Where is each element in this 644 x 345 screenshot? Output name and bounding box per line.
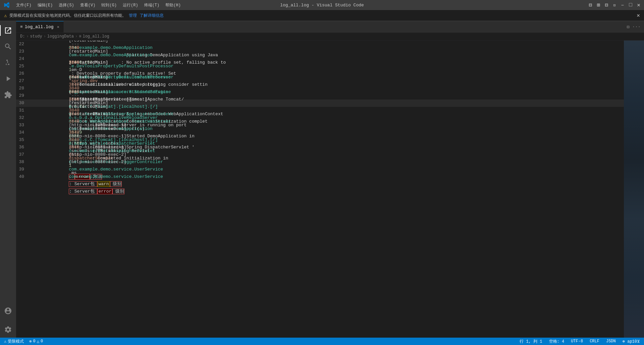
code-editor[interactable]: 22 3840 --- [restartedMain] com.example.…	[16, 41, 624, 338]
indentation-status[interactable]: 空格: 4	[548, 339, 566, 344]
main-layout: ≡ log_all.log ✕ ⊟ ··· D: › study › loggi…	[0, 21, 644, 338]
close-button[interactable]: ✕	[636, 3, 641, 7]
breadcrumb: D: › study › loggingData › ≡ log_all.log	[16, 33, 644, 41]
line-ending-label: CRLF	[590, 339, 599, 344]
tab-actions: ⊟ ···	[626, 21, 644, 32]
extras-label: ⊕ ap10⊻	[623, 339, 640, 344]
activity-source-control[interactable]	[0, 55, 16, 71]
spaces-label: 空格: 4	[549, 339, 565, 344]
language-status[interactable]: JSDN	[605, 339, 617, 344]
encoding-label: UTF-8	[571, 339, 583, 344]
breadcrumb-file[interactable]: ≡ log_all.log	[79, 34, 109, 39]
tab-icon: ≡	[20, 24, 23, 29]
breadcrumb-loggingdata[interactable]: loggingData	[47, 34, 74, 39]
menu-select[interactable]: 选择(S)	[56, 2, 77, 9]
restricted-mode-status[interactable]: ⚠ 受限模式	[3, 339, 25, 344]
warning-icon: ⚠	[4, 13, 7, 18]
warning-icon: △	[37, 339, 39, 344]
banner-manage-link[interactable]: 管理	[129, 13, 137, 18]
activity-extensions[interactable]	[0, 87, 16, 103]
window-controls: ⊟ ⊞ ⊟ ⊡ － □ ✕	[588, 3, 641, 7]
vscode-logo[interactable]	[3, 1, 11, 9]
menu-help[interactable]: 帮助(H)	[163, 2, 183, 9]
banner-close-button[interactable]: ✕	[637, 12, 640, 19]
tab-filename: log_all.log	[25, 24, 54, 29]
title-bar-left: 文件(F) 编辑(E) 选择(S) 查看(V) 转到(G) 运行(R) 终端(T…	[3, 1, 183, 9]
banner-text: 受限模式旨在实现安全地浏览代码。信任此窗口以启用所有功能。	[9, 13, 126, 18]
editor-area: ≡ log_all.log ✕ ⊟ ··· D: › study › loggi…	[16, 21, 644, 338]
layout-button-4[interactable]: ⊡	[612, 3, 617, 7]
activity-run-debug[interactable]	[0, 71, 16, 87]
menu-run[interactable]: 运行(R)	[120, 2, 141, 9]
activity-settings[interactable]	[0, 322, 16, 338]
tab-close-button[interactable]: ✕	[57, 24, 59, 29]
errors-status[interactable]: ⊗ 0 △ 0	[28, 339, 44, 344]
line-ending-status[interactable]: CRLF	[588, 339, 601, 344]
line-col-label: 行 1, 列 1	[520, 339, 542, 344]
menu-bar: 文件(F) 编辑(E) 选择(S) 查看(V) 转到(G) 运行(R) 终端(T…	[13, 2, 183, 9]
title-bar: 文件(F) 编辑(E) 选择(S) 查看(V) 转到(G) 运行(R) 终端(T…	[0, 0, 644, 10]
restricted-mode-icon: ⚠	[4, 339, 6, 344]
activity-account[interactable]	[0, 303, 16, 319]
menu-view[interactable]: 查看(V)	[77, 2, 98, 9]
status-bar-left: ⚠ 受限模式 ⊗ 0 △ 0	[3, 339, 44, 344]
tab-bar: ≡ log_all.log ✕ ⊟ ···	[16, 21, 644, 33]
menu-goto[interactable]: 转到(G)	[99, 2, 119, 9]
language-label: JSDN	[606, 339, 616, 344]
minimize-button[interactable]: －	[620, 3, 625, 7]
status-bar: ⚠ 受限模式 ⊗ 0 △ 0 行 1, 列 1 空格: 4 UTF-8 CRLF…	[0, 338, 644, 345]
activity-explorer[interactable]	[0, 22, 16, 39]
window-title: log_all.log - Visual Studio Code	[280, 3, 364, 8]
restricted-mode-label: 受限模式	[8, 339, 24, 344]
encoding-status[interactable]: UTF-8	[570, 339, 584, 344]
activity-bar	[0, 21, 16, 338]
more-actions-button[interactable]: ···	[632, 23, 641, 30]
menu-terminal[interactable]: 终端(T)	[142, 2, 162, 9]
layout-button-1[interactable]: ⊟	[588, 3, 593, 7]
extras-status[interactable]: ⊕ ap10⊻	[621, 339, 641, 344]
table-row: 39 3840 --- [http-nio-8080-exec-2] com.e…	[16, 166, 624, 173]
code-editor-container: 22 3840 --- [restartedMain] com.example.…	[16, 41, 644, 338]
code-table: 22 3840 --- [restartedMain] com.example.…	[16, 41, 624, 181]
active-tab[interactable]: ≡ log_all.log ✕	[16, 21, 64, 32]
breadcrumb-drive[interactable]: D:	[20, 34, 25, 39]
layout-button-2[interactable]: ⊞	[596, 3, 601, 7]
warning-count: 0	[41, 339, 43, 344]
menu-file[interactable]: 文件(F)	[13, 2, 34, 9]
breadcrumb-study[interactable]: study	[30, 34, 42, 39]
maximize-button[interactable]: □	[628, 3, 633, 7]
menu-edit[interactable]: 编辑(E)	[35, 2, 56, 9]
activity-search[interactable]	[0, 39, 16, 55]
restricted-mode-banner: ⚠ 受限模式旨在实现安全地浏览代码。信任此窗口以启用所有功能。 管理 了解详细信…	[0, 10, 644, 21]
banner-learn-more-link[interactable]: 了解详细信息	[140, 13, 164, 18]
minimap[interactable]	[624, 41, 644, 338]
status-bar-right: 行 1, 列 1 空格: 4 UTF-8 CRLF JSDN ⊕ ap10⊻	[518, 339, 641, 344]
error-icon: ⊗	[29, 339, 32, 344]
error-count: 0	[33, 339, 35, 344]
split-editor-button[interactable]: ⊟	[626, 23, 630, 30]
cursor-position[interactable]: 行 1, 列 1	[518, 339, 543, 344]
layout-button-3[interactable]: ⊟	[604, 3, 609, 7]
